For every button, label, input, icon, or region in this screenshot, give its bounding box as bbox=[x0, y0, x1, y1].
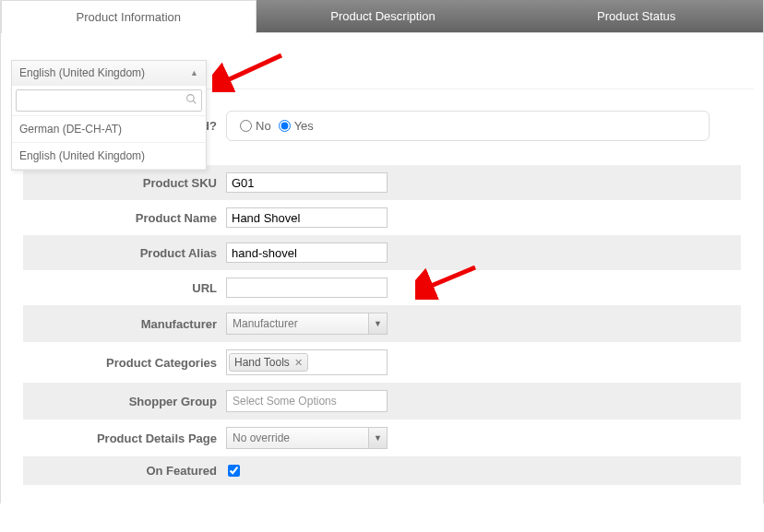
row-product-details-page: Product Details Page No override ▼ bbox=[23, 420, 741, 456]
published-no-radio[interactable] bbox=[240, 120, 252, 132]
language-selected[interactable]: English (United Kingdom) ▲ bbox=[12, 61, 206, 86]
language-option-english-uk[interactable]: English (United Kingdom) bbox=[12, 143, 206, 170]
language-dropdown[interactable]: English (United Kingdom) ▲ German (DE-CH… bbox=[11, 60, 207, 171]
on-featured-checkbox[interactable] bbox=[228, 465, 240, 477]
row-product-name: Product Name bbox=[23, 200, 741, 235]
label-sku: Product SKU bbox=[23, 176, 226, 190]
published-radio-group: No Yes bbox=[226, 111, 710, 141]
label-shopper-group: Shopper Group bbox=[23, 395, 226, 408]
search-icon bbox=[185, 93, 197, 108]
row-on-featured: On Featured bbox=[23, 456, 741, 485]
manufacturer-select[interactable]: Manufacturer ▼ bbox=[226, 313, 388, 335]
svg-point-0 bbox=[187, 95, 195, 102]
url-input[interactable] bbox=[226, 278, 388, 298]
product-categories-tagbox[interactable]: Hand Tools ✕ bbox=[226, 349, 388, 375]
language-search-input[interactable] bbox=[20, 92, 185, 109]
published-no-label: No bbox=[256, 119, 271, 133]
category-tag-label: Hand Tools bbox=[234, 356, 290, 369]
svg-line-1 bbox=[193, 100, 196, 103]
shopper-group-placeholder: Select Some Options bbox=[233, 395, 337, 408]
label-manufacturer: Manufacturer bbox=[23, 317, 226, 331]
label-product-name: Product Name bbox=[23, 211, 226, 225]
product-alias-input[interactable] bbox=[226, 242, 388, 263]
row-product-categories: Product Categories Hand Tools ✕ bbox=[23, 342, 741, 383]
chevron-down-icon: ▼ bbox=[368, 428, 387, 448]
category-tag: Hand Tools ✕ bbox=[229, 353, 308, 372]
row-shopper-group: Shopper Group Select Some Options bbox=[23, 383, 741, 420]
language-option-german[interactable]: German (DE-CH-AT) bbox=[12, 116, 206, 143]
product-details-page-select[interactable]: No override ▼ bbox=[226, 427, 388, 449]
chevron-up-icon: ▲ bbox=[190, 68, 198, 77]
product-details-page-value: No override bbox=[227, 432, 368, 444]
row-manufacturer: Manufacturer Manufacturer ▼ bbox=[23, 305, 741, 342]
tab-product-status[interactable]: Product Status bbox=[509, 0, 763, 32]
sku-input[interactable] bbox=[226, 172, 388, 193]
label-on-featured: On Featured bbox=[23, 464, 226, 478]
language-search-row bbox=[12, 86, 206, 116]
product-name-input[interactable] bbox=[226, 207, 388, 228]
manufacturer-select-value: Manufacturer bbox=[227, 317, 368, 330]
tab-product-information[interactable]: Product Information bbox=[1, 0, 257, 33]
label-product-details-page: Product Details Page bbox=[23, 432, 226, 445]
shopper-group-select[interactable]: Select Some Options bbox=[226, 390, 388, 412]
chevron-down-icon: ▼ bbox=[368, 313, 387, 334]
tab-product-description[interactable]: Product Description bbox=[257, 0, 510, 32]
language-selected-label: English (United Kingdom) bbox=[19, 66, 145, 79]
published-yes-radio[interactable] bbox=[279, 120, 291, 132]
label-product-alias: Product Alias bbox=[23, 246, 226, 260]
close-icon[interactable]: ✕ bbox=[294, 357, 303, 369]
row-product-alias: Product Alias bbox=[23, 235, 741, 270]
label-product-categories: Product Categories bbox=[23, 356, 226, 370]
row-url: URL bbox=[23, 270, 741, 305]
tabs-bar: Product Information Product Description … bbox=[1, 0, 763, 33]
published-yes-label: Yes bbox=[294, 119, 314, 133]
label-url: URL bbox=[23, 281, 226, 295]
